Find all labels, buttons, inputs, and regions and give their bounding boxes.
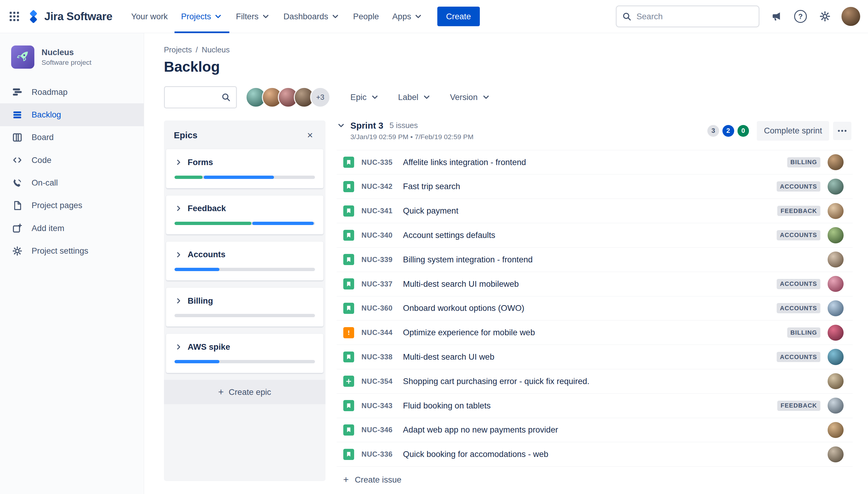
- sprint-name[interactable]: Sprint 3: [351, 120, 383, 131]
- chevron-right-icon: [174, 204, 183, 213]
- issue-summary: Affelite links integration - frontend: [403, 157, 526, 167]
- nav-item-people[interactable]: People: [347, 0, 386, 33]
- app-switcher-icon[interactable]: [5, 0, 23, 33]
- create-epic-button[interactable]: + Create epic: [164, 380, 326, 404]
- issue-row[interactable]: NUC-339Billing system integration - fron…: [337, 248, 853, 272]
- issue-row[interactable]: NUC-336Quick booking for accomodations -…: [337, 442, 853, 467]
- sidebar-item-add-item[interactable]: Add item: [0, 217, 144, 240]
- epic-progress-bar: [174, 222, 315, 225]
- more-assignees-button[interactable]: +3: [310, 87, 331, 108]
- issue-type-story-icon: [343, 278, 354, 289]
- issue-type-story-icon: [343, 181, 354, 192]
- chevron-down-icon: [414, 12, 423, 21]
- issue-type-story-icon: [343, 254, 354, 265]
- question-glyph: ?: [794, 10, 807, 23]
- chevron-down-icon: [370, 93, 379, 101]
- issue-epic-label: ACCOUNTS: [777, 181, 820, 192]
- epic-progress-segment-green: [174, 222, 251, 225]
- issue-row[interactable]: NUC-346Adapt web app no new payments pro…: [337, 418, 853, 442]
- nav-item-apps[interactable]: Apps: [386, 0, 429, 33]
- sprint-more-button[interactable]: [833, 122, 851, 140]
- code-icon: [11, 154, 23, 166]
- nav-item-your-work[interactable]: Your work: [125, 0, 174, 33]
- sidebar-item-label: Project settings: [32, 246, 88, 256]
- user-avatar[interactable]: [842, 7, 860, 25]
- complete-sprint-button[interactable]: Complete sprint: [757, 121, 829, 141]
- version-filter-dropdown[interactable]: Version: [445, 88, 496, 106]
- project-header[interactable]: Nucleus Software project: [0, 45, 144, 81]
- issue-epic-label: BILLING: [787, 327, 821, 338]
- sidebar-item-project-pages[interactable]: Project pages: [0, 194, 144, 217]
- global-search-input[interactable]: [636, 12, 753, 21]
- label-filter-dropdown[interactable]: Label: [392, 88, 437, 106]
- chevron-right-icon: [174, 343, 183, 351]
- dropdown-label: Epic: [351, 93, 367, 102]
- issue-row[interactable]: NUC-354Shopping cart purchasing error - …: [337, 369, 853, 394]
- epics-panel: Epics × FormsFeedbackAccountsBillingAWS …: [164, 120, 326, 481]
- breadcrumb-projects-link[interactable]: Projects: [164, 45, 192, 54]
- issue-epic-label: ACCOUNTS: [777, 230, 820, 240]
- epic-card-accounts[interactable]: Accounts: [166, 242, 324, 281]
- nav-item-label: People: [353, 12, 379, 21]
- sidebar-item-roadmap[interactable]: Roadmap: [0, 81, 144, 103]
- project-name: Nucleus: [42, 48, 92, 57]
- nav-item-projects[interactable]: Projects: [174, 0, 229, 33]
- breadcrumb-project-link[interactable]: Nucleus: [202, 45, 230, 54]
- sidebar-item-label: Project pages: [32, 201, 82, 210]
- sidebar-item-board[interactable]: Board: [0, 126, 144, 149]
- issue-summary: Quick booking for accomodations - web: [403, 450, 548, 459]
- announcement-icon[interactable]: [768, 9, 783, 24]
- nav-item-filters[interactable]: Filters: [229, 0, 277, 33]
- help-icon[interactable]: ?: [793, 9, 808, 24]
- close-icon[interactable]: ×: [303, 129, 317, 142]
- issue-epic-label: FEEDBACK: [777, 401, 820, 411]
- issue-row[interactable]: NUC-343Fluid booking on tabletsFEEDBACK: [337, 394, 853, 418]
- page-title: Backlog: [164, 58, 853, 75]
- epic-card-forms[interactable]: Forms: [166, 149, 324, 188]
- epic-card-feedback[interactable]: Feedback: [166, 195, 324, 234]
- jira-logo[interactable]: Jira Software: [26, 10, 112, 23]
- sidebar-item-backlog[interactable]: Backlog: [0, 103, 144, 126]
- chevron-down-icon: [331, 12, 340, 21]
- issue-type-story-icon: [343, 157, 354, 168]
- sprint-badge-green: 0: [738, 125, 749, 137]
- epic-filter-dropdown[interactable]: Epic: [345, 88, 385, 106]
- epics-panel-title: Epics: [174, 130, 198, 140]
- issue-summary: Account settings defaults: [403, 230, 495, 240]
- sidebar-item-project-settings[interactable]: Project settings: [0, 240, 144, 262]
- sprint-badge-gray: 3: [707, 125, 719, 137]
- issue-row[interactable]: NUC-335Affelite links integration - fron…: [337, 150, 853, 175]
- epic-name: AWS spike: [188, 342, 230, 352]
- chevron-down-icon: [482, 93, 491, 101]
- backlog-search[interactable]: [164, 86, 237, 108]
- epic-card-billing[interactable]: Billing: [166, 288, 324, 326]
- issue-row[interactable]: NUC-338Multi-dest search UI webACCOUNTS: [337, 345, 853, 369]
- epic-card-aws-spike[interactable]: AWS spike: [166, 334, 324, 373]
- sidebar-item-label: Code: [32, 155, 52, 165]
- sidebar-item-label: Roadmap: [32, 87, 68, 97]
- filter-dropdowns: EpicLabelVersion: [345, 88, 496, 106]
- issue-row[interactable]: NUC-344Optimize experience for mobile we…: [337, 321, 853, 345]
- issue-assignee-avatar: [828, 227, 844, 243]
- issue-row[interactable]: NUC-337Multi-dest search UI mobilewebACC…: [337, 272, 853, 297]
- sprint-collapse-chevron-icon[interactable]: [337, 121, 345, 130]
- create-button[interactable]: Create: [437, 7, 480, 26]
- chevron-right-icon: [174, 251, 183, 259]
- nav-item-dashboards[interactable]: Dashboards: [277, 0, 346, 33]
- issue-epic-label: ACCOUNTS: [777, 303, 820, 313]
- issue-row[interactable]: NUC-341Quick paymentFEEDBACK: [337, 199, 853, 223]
- create-issue-button[interactable]: + Create issue: [337, 467, 853, 493]
- issue-row[interactable]: NUC-342Fast trip searchACCOUNTS: [337, 174, 853, 199]
- global-search[interactable]: [616, 5, 760, 27]
- issue-row[interactable]: NUC-360Onboard workout options (OWO)ACCO…: [337, 297, 853, 321]
- settings-gear-icon[interactable]: [817, 9, 832, 24]
- issue-row[interactable]: NUC-340Account settings defaultsACCOUNTS: [337, 223, 853, 248]
- dropdown-label: Label: [398, 93, 418, 102]
- backlog-search-input[interactable]: [170, 93, 215, 102]
- issue-assignee-avatar: [828, 422, 844, 438]
- issue-summary: Adapt web app no new payments provider: [403, 425, 558, 435]
- issue-assignee-avatar: [828, 178, 844, 195]
- sidebar-item-code[interactable]: Code: [0, 149, 144, 171]
- issue-key: NUC-337: [362, 280, 396, 288]
- sidebar-item-on-call[interactable]: On-call: [0, 171, 144, 194]
